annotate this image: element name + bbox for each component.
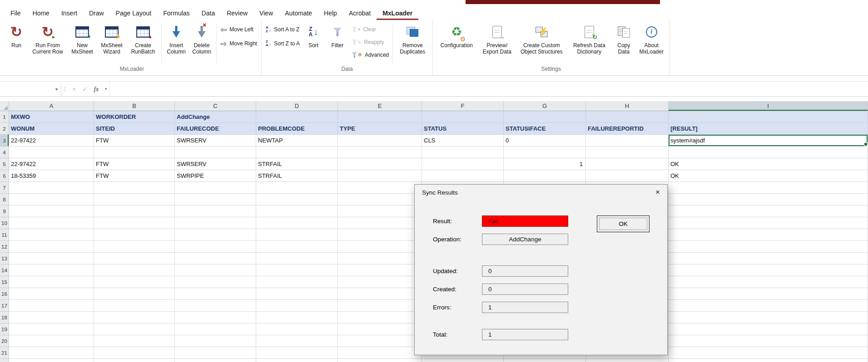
cell-I22[interactable] [669,359,868,362]
name-box[interactable]: ▾ [0,82,61,96]
delete-column-button[interactable]: × Delete Column [189,21,214,65]
cell-I8[interactable] [669,194,868,205]
cell-D3[interactable]: NEWTAP [256,135,338,147]
filter-button[interactable]: Filter [325,21,350,65]
cell-B8[interactable] [94,194,175,205]
cell-C22[interactable] [175,359,256,362]
cell-B22[interactable] [94,359,175,362]
tab-mxloader[interactable]: MxLoader [377,6,418,20]
cell-B13[interactable] [94,253,175,264]
cell-F2[interactable]: STATUS [422,123,504,135]
cell-C2[interactable]: FAILURECODE [175,123,256,135]
cell-B20[interactable] [94,335,175,347]
cell-I9[interactable] [669,205,868,217]
cell-H22[interactable] [586,359,669,362]
tab-insert[interactable]: Insert [55,6,83,20]
cell-H2[interactable]: FAILUREREPORTID [586,123,669,135]
cell-C4[interactable] [175,147,256,158]
cell-D11[interactable] [256,229,338,241]
cell-D20[interactable] [256,335,338,347]
cell-A7[interactable] [9,182,94,194]
column-header-F[interactable]: F [422,101,504,111]
cell-B9[interactable] [94,205,175,217]
move-right-button[interactable]: ⇨ Move Right [218,39,259,49]
tab-file[interactable]: File [5,6,27,20]
new-mxsheet-button[interactable]: + New MxSheet [68,21,97,65]
cell-E4[interactable] [338,147,422,158]
cell-B14[interactable] [94,264,175,276]
cell-B11[interactable] [94,229,175,241]
cell-E16[interactable] [338,288,422,300]
cell-F4[interactable] [422,147,504,158]
cell-E12[interactable] [338,241,422,253]
cell-E21[interactable] [338,347,422,359]
cell-E19[interactable] [338,323,422,335]
cell-B21[interactable] [94,347,175,359]
row-header-6[interactable]: 6 [0,170,9,182]
column-header-H[interactable]: H [586,101,669,111]
cell-F6[interactable] [422,170,504,182]
ok-button[interactable]: OK [597,215,650,232]
column-header-E[interactable]: E [338,101,422,111]
column-header-C[interactable]: C [175,101,256,111]
remove-duplicates-button[interactable]: Remove Duplicates [395,21,430,65]
cell-A14[interactable] [9,264,94,276]
cell-B1[interactable]: WORKORDER [94,111,175,123]
cell-I11[interactable] [669,229,868,241]
select-all-corner[interactable] [0,101,9,111]
cell-B7[interactable] [94,182,175,194]
column-header-I[interactable]: I [669,101,868,111]
cell-C6[interactable]: SWRPIPE [175,170,256,182]
tab-view[interactable]: View [253,6,279,20]
column-header-D[interactable]: D [256,101,338,111]
tab-help[interactable]: Help [318,6,343,20]
row-header-7[interactable]: 7 [0,182,9,194]
cell-I3[interactable]: system#ajsdf [669,135,868,147]
cell-E3[interactable] [338,135,422,147]
row-header-13[interactable]: 13 [0,253,9,264]
cell-I17[interactable] [669,300,868,312]
cell-B6[interactable]: FTW [94,170,175,182]
cell-E11[interactable] [338,229,422,241]
cell-D10[interactable] [256,217,338,229]
cell-H3[interactable] [586,135,669,147]
row-header-21[interactable]: 21 [0,347,9,359]
cell-E22[interactable] [338,359,422,362]
cell-D22[interactable] [256,359,338,362]
cell-D7[interactable] [256,182,338,194]
cell-E17[interactable] [338,300,422,312]
cell-E5[interactable] [338,158,422,170]
row-header-19[interactable]: 19 [0,323,9,335]
cell-E14[interactable] [338,264,422,276]
cell-H5[interactable] [586,158,669,170]
cell-I21[interactable] [669,347,868,359]
cell-D8[interactable] [256,194,338,205]
cell-A8[interactable] [9,194,94,205]
cell-D13[interactable] [256,253,338,264]
dialog-titlebar[interactable]: Sync Results × [415,185,667,200]
cell-B4[interactable] [94,147,175,158]
cell-C1[interactable]: AddChange [175,111,256,123]
row-header-16[interactable]: 16 [0,288,9,300]
cell-C15[interactable] [175,276,256,288]
cell-B5[interactable]: FTW [94,158,175,170]
cell-F3[interactable]: CLS [422,135,504,147]
row-header-15[interactable]: 15 [0,276,9,288]
cell-I19[interactable] [669,323,868,335]
cell-I20[interactable] [669,335,868,347]
tab-acrobat[interactable]: Acrobat [343,6,377,20]
formula-bar-grip-icon[interactable]: ⋮ [61,82,69,96]
cell-B15[interactable] [94,276,175,288]
row-header-22[interactable]: 22 [0,359,9,362]
cell-D12[interactable] [256,241,338,253]
cell-A17[interactable] [9,300,94,312]
column-header-A[interactable]: A [9,101,94,111]
create-runbatch-button[interactable]: ● Create RunBatch [127,21,159,65]
cell-A20[interactable] [9,335,94,347]
refresh-data-dictionary-button[interactable]: ↻ Refresh Data Dictionary [567,21,611,65]
cell-G22[interactable] [504,359,586,362]
cell-C9[interactable] [175,205,256,217]
cell-A22[interactable] [9,359,94,362]
row-header-12[interactable]: 12 [0,241,9,253]
cell-A13[interactable] [9,253,94,264]
